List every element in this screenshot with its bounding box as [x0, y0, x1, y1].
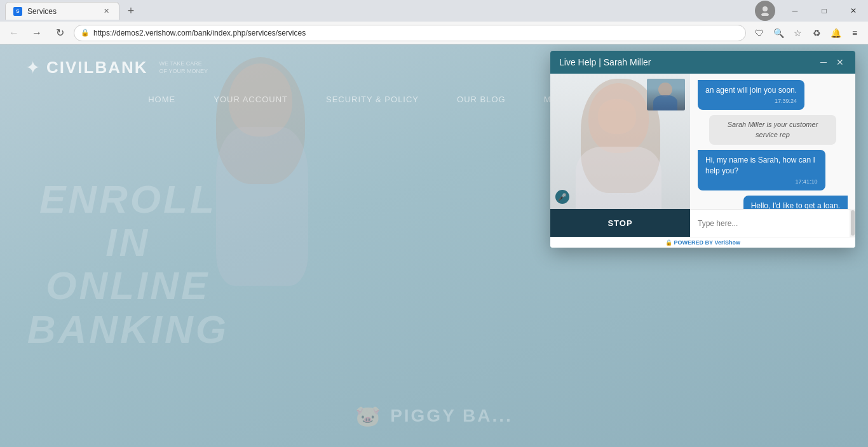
nav-security-policy[interactable]: SECURITY & POLICY — [326, 95, 419, 104]
chat-header: Live Help | Sarah Miller ─ ✕ — [550, 51, 855, 74]
search-icon[interactable]: 🔍 — [770, 25, 787, 41]
address-bar[interactable]: 🔒 https://demos2.verishow.com/bank/index… — [74, 25, 746, 41]
browser-toolbar: 🛡 🔍 ☆ ♻ 🔔 ≡ — [751, 25, 863, 41]
message-1: an agent will join you soon. 17:39:24 — [698, 80, 804, 110]
svg-point-0 — [763, 6, 768, 11]
nav-home[interactable]: HOME — [148, 95, 175, 104]
message-4: Hello, I'd like to get a loan. 17:41:32 — [743, 196, 848, 209]
scroll-thumb — [851, 210, 855, 236]
logo-wings-icon: ✦ — [25, 57, 40, 78]
browser-chrome: S Services ✕ + ─ □ ✕ ← → ↻ 🔒 https://dem… — [0, 0, 868, 44]
new-tab-button[interactable]: + — [122, 2, 140, 20]
forward-button[interactable]: → — [28, 24, 46, 42]
bank-tagline: WE TAKE CARE OF YOUR MONEY — [159, 60, 208, 75]
video-area: 🎤 STOP — [550, 74, 690, 237]
lock-icon: 🔒 — [665, 239, 672, 246]
tab-favicon: S — [13, 7, 22, 16]
nav-our-blog[interactable]: OUR BLOG — [457, 95, 506, 104]
notifications-icon[interactable]: 🔔 — [827, 25, 844, 41]
piggy-bank-promo: 🐷 PIGGY BA... — [355, 404, 513, 428]
chat-close-button[interactable]: ✕ — [834, 56, 846, 69]
message-1-time: 17:39:24 — [705, 97, 797, 105]
profile-icon — [755, 1, 775, 21]
nav-your-account[interactable]: YOUR ACCOUNT — [214, 95, 288, 104]
message-1-text: an agent will join you soon. — [705, 85, 797, 96]
bank-logo: ✦ CIVILBANK WE TAKE CARE OF YOUR MONEY — [25, 57, 208, 78]
back-button[interactable]: ← — [5, 24, 23, 42]
chat-minimize-button[interactable]: ─ — [817, 56, 830, 69]
active-tab[interactable]: S Services ✕ — [5, 2, 119, 20]
minimize-button[interactable]: ─ — [780, 0, 810, 22]
message-4-text: Hello, I'd like to get a loan. — [751, 201, 840, 209]
piggy-icon: 🐷 — [355, 404, 383, 428]
secure-icon: 🔒 — [81, 29, 90, 37]
extensions-icon[interactable]: ♻ — [808, 25, 825, 41]
chat-scrollbar — [850, 209, 855, 237]
message-3-time: 17:41:10 — [705, 178, 818, 186]
powered-by-text: POWERED BY VeriShow — [674, 239, 740, 246]
message-3-text: Hi, my name is Sarah, how can I help you… — [705, 155, 818, 177]
address-bar-row: ← → ↻ 🔒 https://demos2.verishow.com/bank… — [0, 22, 868, 44]
menu-icon[interactable]: ≡ — [846, 25, 863, 41]
chat-input-area — [690, 209, 850, 237]
svg-point-1 — [761, 13, 769, 16]
chat-input[interactable] — [698, 219, 842, 228]
piggy-text: PIGGY BA... — [390, 406, 513, 426]
website-content: ✦ CIVILBANK WE TAKE CARE OF YOUR MONEY L… — [0, 44, 868, 447]
chat-title: Live Help | Sarah Miller — [559, 57, 813, 67]
agent-thumbnail-video — [647, 79, 685, 110]
tab-title: Services — [27, 7, 57, 16]
chat-widget: Live Help | Sarah Miller ─ ✕ — [550, 51, 855, 248]
powered-by-footer: 🔒 POWERED BY VeriShow — [550, 237, 855, 248]
message-2: Sarah Miller is your customer service re… — [709, 115, 837, 145]
chat-messages: an agent will join you soon. 17:39:24 Sa… — [690, 74, 855, 209]
message-2-text: Sarah Miller is your customer service re… — [717, 120, 829, 140]
shield-icon: 🛡 — [751, 25, 768, 41]
close-window-button[interactable]: ✕ — [839, 0, 868, 22]
stop-video-button[interactable]: STOP — [550, 209, 690, 237]
microphone-indicator: 🎤 — [555, 190, 569, 204]
chat-body: 🎤 STOP an agent will join you soon. 17:3… — [550, 74, 855, 237]
url-text: https://demos2.verishow.com/bank/index.p… — [93, 29, 739, 37]
maximize-button[interactable]: □ — [810, 0, 839, 22]
bank-name: CIVILBANK — [46, 58, 148, 77]
tab-close-btn[interactable]: ✕ — [101, 6, 111, 17]
tab-bar: S Services ✕ + ─ □ ✕ — [0, 0, 868, 22]
main-video: 🎤 — [550, 74, 690, 209]
message-3: Hi, my name is Sarah, how can I help you… — [698, 150, 825, 190]
star-icon[interactable]: ☆ — [789, 25, 806, 41]
refresh-button[interactable]: ↻ — [51, 24, 69, 42]
